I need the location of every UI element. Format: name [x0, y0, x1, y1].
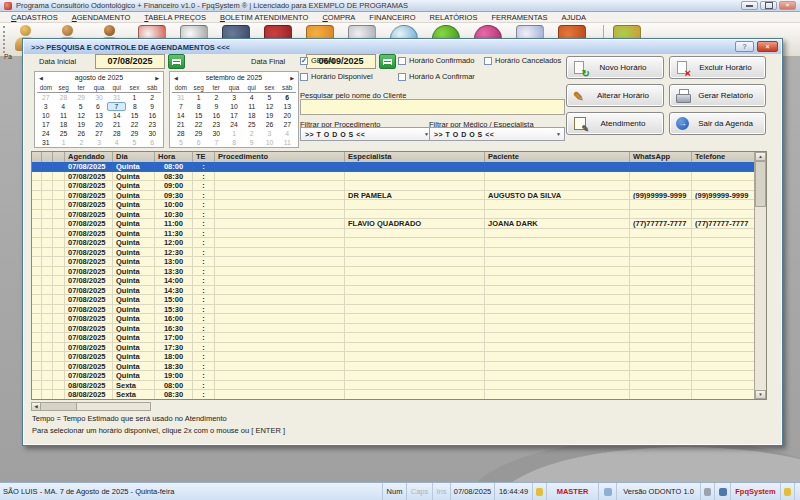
toolbar-grip-icon[interactable] — [3, 26, 7, 53]
table-row[interactable]: 07/08/2025Quinta16:00: — [32, 314, 754, 324]
calendar-day[interactable]: 2 — [72, 138, 90, 147]
calendar-day[interactable]: 28 — [172, 129, 190, 138]
calendar-day[interactable]: 6 — [190, 138, 208, 147]
menu-item-relatorios[interactable]: RELATÓRIOS — [423, 13, 485, 22]
scrollbar-thumb[interactable] — [755, 161, 766, 207]
col-header-especialista[interactable]: Especialista — [345, 152, 485, 162]
menu-item-cadastros[interactable]: CADASTROS — [4, 13, 65, 22]
calendar-day[interactable]: 20 — [90, 120, 108, 129]
calendar-day[interactable]: 27 — [90, 129, 108, 138]
calendar-day[interactable]: 15 — [126, 111, 144, 120]
calendar-day[interactable]: 7 — [207, 138, 225, 147]
calendar-day[interactable]: 30 — [143, 129, 161, 138]
calendar-day[interactable]: 8 — [190, 102, 208, 111]
calendar-day[interactable]: 5 — [172, 138, 190, 147]
calendar-day[interactable]: 31 — [37, 138, 55, 147]
novo-horario-button[interactable]: ↻Novo Horário — [566, 56, 664, 79]
table-row[interactable]: 07/08/2025Quinta10:00: — [32, 200, 754, 210]
col-header-empty[interactable] — [42, 152, 53, 162]
date-end-calendar-button[interactable] — [379, 54, 396, 69]
calendar-day[interactable]: 4 — [108, 138, 126, 147]
calendar-day[interactable]: 29 — [190, 129, 208, 138]
calendar-day[interactable]: 12 — [261, 102, 279, 111]
checkbox-box[interactable] — [484, 57, 492, 65]
excluir-horario-button[interactable]: ×Excluir Horário — [669, 56, 766, 79]
menu-item-financeiro[interactable]: FINANCEIRO — [362, 13, 422, 22]
menu-item-compra[interactable]: COMPRA — [315, 13, 362, 22]
menu-item-agendamento[interactable]: AGENDAMENTO — [65, 13, 138, 22]
calendar-next-icon[interactable]: ▶ — [290, 75, 294, 81]
maximize-button[interactable] — [760, 1, 777, 10]
table-row[interactable]: 07/08/2025Quinta14:00: — [32, 276, 754, 286]
calendar-day[interactable]: 7 — [172, 102, 190, 111]
calendar-day[interactable]: 14 — [172, 111, 190, 120]
menu-item-ajuda[interactable]: AJUDA — [555, 13, 594, 22]
calendar-day[interactable]: 31 — [108, 93, 126, 102]
table-row[interactable]: 07/08/2025Quinta11:00:FLAVIO QUADRADOJOA… — [32, 219, 754, 229]
dialog-help-button[interactable]: ? — [735, 41, 754, 52]
calendar-day[interactable]: 28 — [55, 93, 73, 102]
calendar-day[interactable]: 22 — [126, 120, 144, 129]
col-header-empty[interactable] — [32, 152, 42, 162]
col-header-whatsapp[interactable]: WhatsApp — [630, 152, 692, 162]
scrollbar-thumb[interactable] — [41, 403, 77, 410]
calendar-day[interactable]: 10 — [225, 102, 243, 111]
table-row[interactable]: 07/08/2025Quinta14:30: — [32, 286, 754, 296]
calendar-august[interactable]: ◀agosto de 2025▶domsegterquaquisexsáb272… — [34, 71, 164, 148]
checkbox-horario-cancelados[interactable]: Horário Cancelados — [484, 56, 561, 65]
table-row[interactable]: 07/08/2025Quinta12:00: — [32, 238, 754, 248]
checkbox-box[interactable] — [398, 57, 406, 65]
procedure-filter-dropdown[interactable]: >> T O D O S << ▼ — [300, 127, 433, 141]
calendar-day[interactable]: 5 — [126, 138, 144, 147]
minimize-button[interactable] — [741, 1, 758, 10]
table-row[interactable]: 07/08/2025Quinta18:30: — [32, 362, 754, 372]
calendar-prev-icon[interactable]: ◀ — [174, 75, 178, 81]
calendar-day[interactable]: 1 — [55, 138, 73, 147]
calendar-day[interactable]: 16 — [207, 111, 225, 120]
calendar-day[interactable]: 16 — [143, 111, 161, 120]
table-row[interactable]: 07/08/2025Quinta17:30: — [32, 343, 754, 353]
calendar-day[interactable]: 2 — [143, 93, 161, 102]
col-header-te[interactable]: TE — [193, 152, 215, 162]
col-header-procedimento[interactable]: Procedimento — [215, 152, 345, 162]
table-row[interactable]: 07/08/2025Quinta17:00: — [32, 333, 754, 343]
calendar-next-icon[interactable]: ▶ — [155, 75, 159, 81]
calendar-day[interactable]: 25 — [55, 129, 73, 138]
checkbox-geral[interactable]: ✓GERAL — [300, 56, 336, 65]
calendar-day[interactable]: 21 — [108, 120, 126, 129]
calendar-day[interactable]: 1 — [126, 93, 144, 102]
calendar-day[interactable]: 13 — [278, 102, 296, 111]
alterar-horario-button[interactable]: ✎Alterar Horário — [566, 84, 664, 107]
menu-item-boletim-atendimento[interactable]: BOLETIM ATENDIMENTO — [213, 13, 316, 22]
calendar-day[interactable]: 10 — [261, 138, 279, 147]
horizontal-scrollbar[interactable]: ◀ — [31, 402, 151, 411]
calendar-day[interactable]: 1 — [225, 129, 243, 138]
checkbox-box[interactable]: ✓ — [300, 57, 308, 65]
table-row[interactable]: 07/08/2025Quinta09:00: — [32, 181, 754, 191]
col-header-hora[interactable]: Hora — [155, 152, 193, 162]
vertical-scrollbar[interactable]: ▲ ▼ — [754, 152, 766, 399]
calendar-day[interactable]: 3 — [261, 129, 279, 138]
calendar-day[interactable]: 23 — [207, 120, 225, 129]
calendar-day[interactable]: 9 — [207, 102, 225, 111]
calendar-day[interactable]: 17 — [37, 120, 55, 129]
calendar-day[interactable]: 18 — [243, 111, 261, 120]
table-row[interactable]: 07/08/2025Quinta13:00: — [32, 257, 754, 267]
calendar-day[interactable]: 27 — [278, 120, 296, 129]
calendar-prev-icon[interactable]: ◀ — [39, 75, 43, 81]
calendar-day[interactable]: 22 — [190, 120, 208, 129]
scroll-up-icon[interactable]: ▲ — [755, 152, 766, 161]
calendar-day[interactable]: 8 — [126, 102, 143, 111]
calendar-day[interactable]: 11 — [278, 138, 296, 147]
calendar-day[interactable]: 31 — [172, 93, 190, 102]
calendar-day[interactable]: 6 — [278, 93, 296, 102]
calendar-day[interactable]: 28 — [108, 129, 126, 138]
calendar-september[interactable]: ◀setembro de 2025▶domsegterquaquisexsáb3… — [169, 71, 299, 148]
gerar-relatorio-button[interactable]: Gerar Relatório — [669, 84, 766, 107]
calendar-day[interactable]: 29 — [126, 129, 144, 138]
close-button[interactable]: × — [779, 1, 796, 10]
calendar-day[interactable]: 4 — [278, 129, 296, 138]
table-row[interactable]: 07/08/2025Quinta15:30: — [32, 305, 754, 315]
checkbox-horario-confirmado[interactable]: Horário Confirmado — [398, 56, 474, 65]
table-row[interactable]: 07/08/2025Quinta09:30:DR PAMELAAUGUSTO D… — [32, 191, 754, 201]
